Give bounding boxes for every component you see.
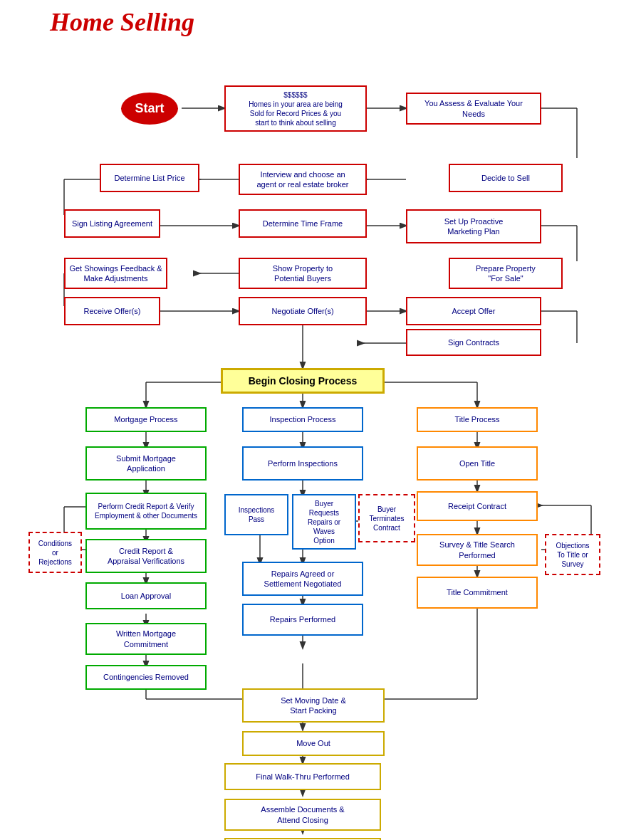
objections-text: Objections To Title or Survey (556, 541, 589, 569)
box-interview: Interview and choose an agent or real es… (239, 164, 367, 195)
box-submit-mortgage: Submit Mortgage Application (85, 446, 207, 481)
box-showings-text: Get Showings Feedback & Make Adjustments (69, 263, 162, 284)
box-offer-text: Receive Offer(s) (84, 306, 141, 316)
box-marketing-text: Set Up Proactive Marketing Plan (444, 216, 504, 237)
box-showings: Get Showings Feedback & Make Adjustments (64, 258, 167, 289)
begin-text: Begin Closing Process (249, 375, 357, 387)
box-homes-text: $$$$$$ Homes in your area are being Sold… (249, 90, 343, 127)
box-buyer-term: Buyer Terminates Contract (358, 494, 415, 542)
box-marketing: Set Up Proactive Marketing Plan (406, 209, 541, 243)
box-contingencies: Contingencies Removed (85, 665, 207, 690)
box-objections: Objections To Title or Survey (545, 534, 600, 575)
repairs-text: Repairs Performed (270, 614, 335, 624)
box-receipt-contract: Receipt Contract (417, 491, 538, 521)
box-prepare: Prepare Property "For Sale" (449, 258, 563, 289)
box-loan-approval: Loan Approval (85, 582, 207, 609)
buyer-term-text: Buyer Terminates Contract (370, 505, 405, 532)
box-perform-insp: Perform Inspections (242, 446, 363, 481)
box-title-commit: Title Commitment (417, 577, 538, 609)
contingencies-text: Contingencies Removed (103, 672, 189, 682)
receipt-text: Receipt Contract (448, 501, 506, 511)
box-list-price-text: Determine List Price (114, 173, 184, 183)
inspection-text: Inspection Process (270, 414, 336, 424)
page: Home Selling (0, 0, 641, 840)
box-show-text: Show Property to Potential Buyers (273, 263, 333, 284)
box-final-walk: Final Walk-Thru Performed (224, 763, 381, 790)
box-listing-text: Sign Listing Agreement (72, 219, 152, 229)
open-title-text: Open Title (459, 458, 495, 468)
box-inspection-process: Inspection Process (242, 407, 363, 432)
final-walk-text: Final Walk-Thru Performed (256, 772, 350, 782)
flowchart: Start $$$$$$ Homes in your area are bein… (7, 44, 634, 840)
box-assess-text: You Assess & Evaluate Your Needs (424, 98, 523, 119)
perform-insp-text: Perform Inspections (268, 458, 338, 468)
survey-text: Survey & Title Search Performed (439, 540, 515, 560)
assemble-text: Assemble Documents & Attend Closing (261, 804, 344, 825)
box-credit-appraisal: Credit Report & Appraisal Verifications (85, 539, 207, 573)
box-interview-text: Interview and choose an agent or real es… (256, 169, 348, 190)
box-sign-text: Sign Contracts (448, 337, 499, 347)
conditions-text: Conditions or Rejections (38, 539, 72, 567)
box-buyer-req: Buyer Requests Repairs or Waves Option (292, 494, 356, 550)
mortgage-text: Mortgage Process (114, 414, 177, 424)
start-oval: Start (121, 93, 178, 125)
start-label: Start (135, 100, 164, 117)
box-survey-title: Survey & Title Search Performed (417, 534, 538, 566)
box-decide-text: Decide to Sell (481, 173, 530, 183)
box-accept: Accept Offer (406, 297, 541, 325)
box-conditions: Conditions or Rejections (28, 532, 82, 573)
box-time-text: Determine Time Frame (263, 219, 343, 229)
loan-text: Loan Approval (121, 591, 171, 601)
written-text: Written Mortgage Commitment (116, 629, 176, 649)
title-proc-text: Title Process (454, 414, 499, 424)
box-sign-contracts: Sign Contracts (406, 329, 541, 356)
begin-closing: Begin Closing Process (221, 368, 385, 394)
box-homes-selling: $$$$$$ Homes in your area are being Sold… (224, 85, 367, 132)
submit-mort-text: Submit Mortgage Application (116, 453, 176, 474)
box-assess: You Assess & Evaluate Your Needs (406, 93, 541, 125)
box-assemble: Assemble Documents & Attend Closing (224, 799, 381, 831)
box-mortgage-process: Mortgage Process (85, 407, 207, 432)
credit-appraisal-text: Credit Report & Appraisal Verifications (108, 546, 184, 567)
move-out-text: Move Out (296, 738, 330, 748)
box-negotiate: Negotiate Offer(s) (239, 297, 367, 325)
box-repairs-agreed: Repairs Agreed or Settlement Negotiated (242, 562, 363, 596)
box-negotiate-text: Negotiate Offer(s) (271, 306, 333, 316)
box-credit-verify: Perform Credit Report & Verify Employmen… (85, 493, 207, 530)
credit-verify-text: Perform Credit Report & Verify Employmen… (95, 502, 197, 520)
repairs-agreed-text: Repairs Agreed or Settlement Negotiated (264, 569, 342, 589)
box-time-frame: Determine Time Frame (239, 209, 367, 238)
box-open-title: Open Title (417, 446, 538, 481)
box-accept-text: Accept Offer (452, 306, 496, 316)
buyer-req-text: Buyer Requests Repairs or Waves Option (308, 499, 340, 545)
set-moving-text: Set Moving Date & Start Packing (281, 695, 346, 716)
box-prepare-text: Prepare Property "For Sale" (476, 263, 536, 284)
box-decide: Decide to Sell (449, 164, 563, 192)
box-move-out: Move Out (242, 731, 385, 756)
box-insp-pass: Inspections Pass (224, 494, 288, 535)
box-set-moving: Set Moving Date & Start Packing (242, 688, 385, 723)
box-list-price: Determine List Price (100, 164, 199, 192)
box-listing-agreement: Sign Listing Agreement (64, 209, 160, 238)
title-commit-text: Title Commitment (447, 587, 508, 597)
insp-pass-text: Inspections Pass (239, 505, 275, 524)
box-title-process: Title Process (417, 407, 538, 432)
box-offer: Receive Offer(s) (64, 297, 160, 325)
page-title: Home Selling (50, 7, 634, 37)
box-written-commit: Written Mortgage Commitment (85, 623, 207, 655)
box-repairs-performed: Repairs Performed (242, 604, 363, 636)
box-show: Show Property to Potential Buyers (239, 258, 367, 289)
